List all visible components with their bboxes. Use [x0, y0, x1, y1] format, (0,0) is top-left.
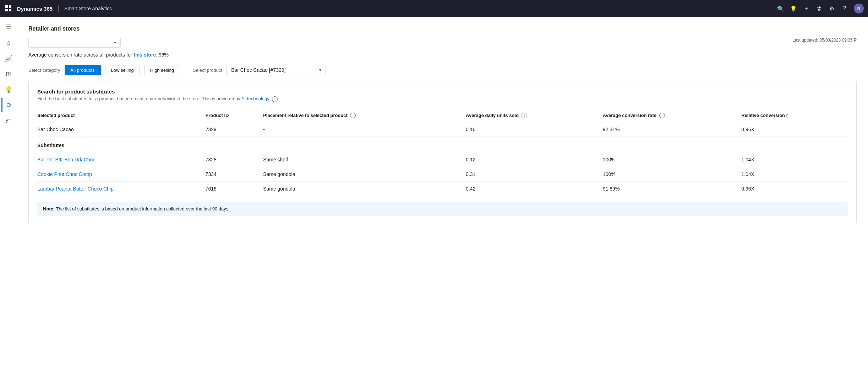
col-selected-product: Selected product: [37, 109, 206, 122]
table-row: Cookie Pnut Choc Comp 7334 Same gondola …: [37, 167, 848, 182]
sub-name-1[interactable]: Cookie Pnut Choc Comp: [37, 167, 206, 182]
sub-daily-0: 0.12: [466, 153, 603, 167]
sub-conversion-2: 91.89%: [603, 182, 741, 196]
sub-placement-0: Same shelf: [263, 153, 466, 167]
select-product-label: Select product: [193, 68, 222, 73]
col-placement: Placement relative to selected product i: [263, 109, 466, 122]
grid-icon[interactable]: [4, 4, 13, 13]
product-dropdown-chevron: ▾: [319, 68, 321, 73]
topnav-icons: 🔍 💡 ＋ ⚗ ⚙ ? N: [777, 4, 864, 14]
avatar[interactable]: N: [854, 4, 864, 14]
sidebar-item-tags[interactable]: 🏷: [1, 114, 16, 128]
conversion-prefix: Average conversion rate across all produ…: [28, 52, 133, 58]
sidebar-item-substitutes[interactable]: ⟳: [1, 98, 16, 112]
settings-icon[interactable]: ⚙: [828, 5, 835, 12]
substitutes-desc: Find the best substitutes for a product,…: [37, 96, 848, 102]
lightbulb-icon[interactable]: 💡: [790, 5, 797, 12]
help-icon[interactable]: ?: [841, 5, 848, 12]
substitutes-section: Search for product substitutes Find the …: [28, 81, 857, 223]
svg-rect-0: [5, 5, 8, 8]
substitutes-title: Search for product substitutes: [37, 89, 848, 95]
category-btn-low[interactable]: Low selling: [105, 65, 140, 75]
table-row: Larabar Peanut Butter Choco Chip 7616 Sa…: [37, 182, 848, 196]
plus-icon[interactable]: ＋: [803, 5, 810, 12]
topnav: Dynamics 365 Smart Store Analytics 🔍 💡 ＋…: [0, 0, 868, 17]
info-icon-placement[interactable]: i: [350, 113, 356, 118]
info-icon-avg-conversion[interactable]: i: [659, 113, 665, 118]
product-dropdown[interactable]: Bar Choc Cacao [#7329] ▾: [226, 65, 326, 75]
sub-name-0[interactable]: Bar Pnt Bttr Bnn Drk Choc: [37, 153, 206, 167]
conversion-info: Average conversion rate across all produ…: [28, 52, 857, 58]
desc-prefix: Find the best substitutes for a product,…: [37, 96, 241, 101]
filter-row: Select category All products Low selling…: [28, 65, 857, 81]
sub-relative-1: 1.04X: [741, 167, 848, 182]
table-row: Bar Pnt Bttr Bnn Drk Choc 7328 Same shel…: [37, 153, 848, 167]
sub-placement-1: Same gondola: [263, 167, 466, 182]
sidebar: ☰ ⌂ 📈 ⊞ 💡 ⟳ 🏷: [0, 17, 17, 369]
sub-id-2: 7616: [206, 182, 263, 196]
app-title: Dynamics 365: [17, 6, 53, 12]
substitutes-section-label: Substitutes: [37, 137, 848, 153]
main-content: Retailer and stores ▾ Last updated: 05/0…: [17, 17, 868, 369]
conversion-highlight: this store: [133, 52, 156, 58]
selected-product-name: Bar Choc Cacao: [37, 122, 206, 137]
col-product-id: Product ID: [206, 109, 263, 122]
ai-technology-link[interactable]: AI technology: [241, 96, 269, 101]
col-relative-conversion: Relative conversion r: [741, 109, 848, 122]
store-selector[interactable]: ▾: [28, 38, 121, 48]
substitutes-label-row: Substitutes: [37, 137, 848, 153]
selected-product-placement: -: [263, 122, 466, 137]
selected-product-row: Bar Choc Cacao 7329 - 0.16 92.31% 0.96X: [37, 122, 848, 137]
sub-placement-2: Same gondola: [263, 182, 466, 196]
selected-product-text: Bar Choc Cacao [#7329]: [231, 67, 285, 73]
selected-product-id: 7329: [206, 122, 263, 137]
sidebar-item-menu[interactable]: ☰: [1, 20, 16, 34]
nav-separator: [58, 5, 59, 12]
sub-relative-0: 1.04X: [741, 153, 848, 167]
svg-rect-2: [5, 9, 8, 11]
selected-product-avg-conversion: 92.31%: [603, 122, 741, 137]
category-btn-all[interactable]: All products: [65, 65, 101, 75]
sidebar-item-grid[interactable]: ⊞: [1, 67, 16, 81]
sidebar-item-insights[interactable]: 💡: [1, 82, 16, 97]
svg-rect-1: [9, 5, 11, 8]
search-icon[interactable]: 🔍: [777, 5, 784, 12]
conversion-suffix: : 96%: [156, 52, 169, 58]
selected-product-relative-conversion: 0.96X: [741, 122, 848, 137]
col-avg-daily-units: Average daily units sold i: [466, 109, 603, 122]
filter-icon[interactable]: ⚗: [815, 5, 823, 12]
last-updated: Last updated: 05/03/2023 09:35 P: [792, 38, 857, 43]
table-header-row: Selected product Product ID Placement re…: [37, 109, 848, 122]
sidebar-item-home[interactable]: ⌂: [1, 36, 16, 50]
note-text: The list of substitutes is based on prod…: [55, 206, 230, 212]
category-btn-high[interactable]: High selling: [144, 65, 180, 75]
selected-product-daily-units: 0.16: [466, 122, 603, 137]
sub-conversion-1: 100%: [603, 167, 741, 182]
note-label: Note:: [43, 206, 55, 212]
sub-daily-2: 0.42: [466, 182, 603, 196]
substitutes-table: Selected product Product ID Placement re…: [37, 109, 848, 197]
sidebar-item-analytics[interactable]: 📈: [1, 51, 16, 65]
info-icon-daily-units[interactable]: i: [522, 113, 527, 118]
sub-id-0: 7328: [206, 153, 263, 167]
col-avg-conversion: Average conversion rate i: [603, 109, 741, 122]
page-title: Retailer and stores: [28, 26, 857, 32]
store-selector-chevron: ▾: [114, 40, 116, 45]
layout: ☰ ⌂ 📈 ⊞ 💡 ⟳ 🏷 Retailer and stores ▾ Last…: [0, 17, 868, 369]
select-category-label: Select category: [28, 68, 60, 73]
sub-conversion-0: 100%: [603, 153, 741, 167]
app-name: Smart Store Analytics: [64, 6, 112, 11]
sub-daily-1: 0.31: [466, 167, 603, 182]
svg-rect-3: [9, 9, 11, 11]
sub-name-2[interactable]: Larabar Peanut Butter Choco Chip: [37, 182, 206, 196]
sub-relative-2: 0.96X: [741, 182, 848, 196]
sub-id-1: 7334: [206, 167, 263, 182]
info-icon-desc[interactable]: i: [272, 96, 278, 102]
note-box: Note: The list of substitutes is based o…: [37, 202, 848, 216]
